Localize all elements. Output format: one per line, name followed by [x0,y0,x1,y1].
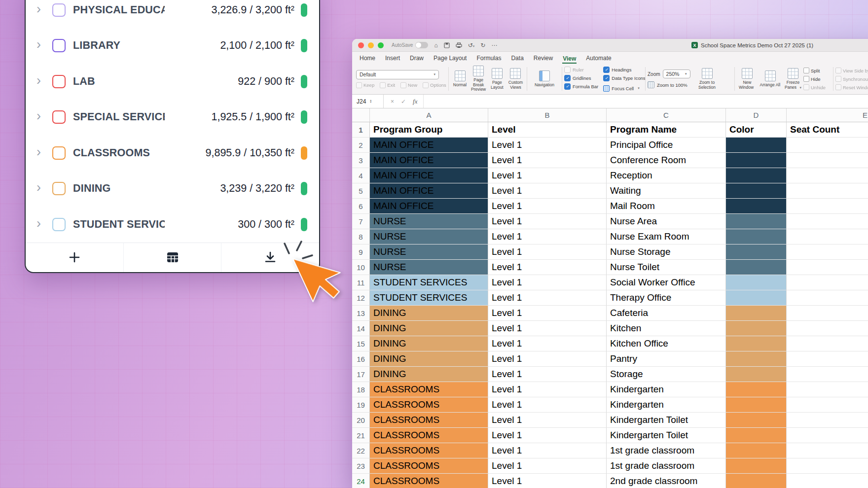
cell-color[interactable] [726,275,787,290]
cell-program-group[interactable]: MAIN OFFICE [370,168,488,183]
save-icon[interactable] [444,42,450,48]
cell-color[interactable] [726,351,787,367]
cell-level[interactable]: Level 1 [488,153,607,168]
row-number[interactable]: 13 [352,306,370,321]
cell-program-name[interactable]: Conference Room [607,153,726,168]
cell-program-name[interactable]: Mail Room [607,199,726,214]
row-number[interactable]: 2 [352,138,370,153]
group-color-checkbox[interactable] [52,182,66,195]
row-number[interactable]: 16 [352,351,370,367]
program-group-row[interactable]: › DINING 3,239 / 3,220 ft² [26,171,319,207]
column-header-a[interactable]: A [370,108,488,122]
cell-level[interactable]: Level 1 [488,413,607,428]
sheet-view-dropdown[interactable]: Default ▾ [356,70,439,79]
cell-program-name[interactable]: Nurse Toilet [607,260,726,275]
cell-color[interactable] [726,428,787,443]
ribbon-tab[interactable]: Automate [585,55,612,64]
window-button[interactable]: Freeze Panes ▾ [783,68,803,90]
cell-program-name[interactable]: Kindergarten Toilet [607,413,726,428]
formula-input[interactable] [423,95,868,108]
cell-program-group[interactable]: MAIN OFFICE [370,199,488,214]
row-number[interactable]: 17 [352,367,370,382]
chevron-right-icon[interactable]: › [36,2,49,16]
chevron-right-icon[interactable]: › [36,217,49,230]
chevron-right-icon[interactable]: › [36,145,49,159]
workbook-view-button[interactable]: Custom Views [506,68,525,90]
cell-program-group[interactable]: NURSE [370,229,488,244]
chevron-right-icon[interactable]: › [36,74,49,87]
ribbon-tab[interactable]: Data [510,55,524,64]
cell-level[interactable]: Level 1 [488,290,607,306]
group-color-checkbox[interactable] [52,146,66,160]
split-group-button[interactable]: Split [803,68,820,73]
cell-seat-count[interactable] [787,138,868,153]
cell-program-group[interactable]: CLASSROOMS [370,443,488,458]
home-icon[interactable]: ⌂ [434,42,437,48]
table-view-button[interactable] [123,243,221,273]
side-by-side-button[interactable]: Synchronous Scrolling [835,76,868,82]
cell-level[interactable]: Level 1 [488,229,607,244]
insert-function-icon[interactable]: fx [413,98,417,105]
cell-program-group[interactable]: DINING [370,351,488,367]
focus-cell-button[interactable]: Focus Cell ▾ [603,85,645,92]
sheet-view-button[interactable]: New [400,82,417,88]
cell-program-group[interactable]: MAIN OFFICE [370,138,488,153]
column-header-c[interactable]: C [607,108,726,122]
cell-program-name[interactable]: 1st grade classroom [607,443,726,458]
print-icon[interactable] [456,42,462,48]
cell-seat-count-header[interactable]: Seat Count [787,122,868,138]
cell-color[interactable] [726,458,787,474]
cell-program-group[interactable]: CLASSROOMS [370,458,488,474]
cell-level[interactable]: Level 1 [488,138,607,153]
cell-level[interactable]: Level 1 [488,168,607,183]
cell-seat-count[interactable] [787,214,868,229]
cell-level[interactable]: Level 1 [488,199,607,214]
cell-program-group[interactable]: MAIN OFFICE [370,183,488,199]
row-number[interactable]: 22 [352,443,370,458]
cell-seat-count[interactable] [787,428,868,443]
minimize-window-button[interactable] [368,42,374,48]
ribbon-tab[interactable]: Insert [385,55,400,64]
cell-seat-count[interactable] [787,244,868,260]
cell-program-group[interactable]: MAIN OFFICE [370,153,488,168]
cell-program-name[interactable]: Kindergarten [607,397,726,413]
ribbon-tab[interactable]: Formulas [476,55,502,64]
sheet-view-button[interactable]: Options [423,82,446,88]
workbook-view-button[interactable]: Page Layout [488,68,506,90]
row-number[interactable]: 23 [352,458,370,474]
cell-program-name[interactable]: Kindergarten [607,382,726,397]
cell-color[interactable] [726,168,787,183]
cell-color[interactable] [726,244,787,260]
zoom-window-button[interactable] [378,42,384,48]
row-number[interactable]: 18 [352,382,370,397]
chevron-right-icon[interactable]: › [36,38,49,51]
cell-program-name[interactable]: Kitchen Office [607,336,726,351]
row-number[interactable]: 4 [352,168,370,183]
view-checkbox[interactable]: ✓ Headings [603,67,645,73]
autosave-toggle[interactable] [415,42,428,48]
cell-color[interactable] [726,367,787,382]
ribbon-tab[interactable]: Page Layout [433,55,467,64]
cell-program-name[interactable]: Nurse Storage [607,244,726,260]
row-number[interactable]: 15 [352,336,370,351]
export-button[interactable] [221,243,319,273]
program-group-row[interactable]: › CLASSROOMS 9,895.9 / 10,350 ft² [26,135,319,171]
column-header-e[interactable]: E [787,108,868,122]
zoom-100-button[interactable]: Zoom to 100% [648,81,690,88]
program-group-row[interactable]: › LAB 922 / 900 ft² [26,64,319,100]
row-number[interactable]: 6 [352,199,370,214]
window-button[interactable]: Arrange All [760,70,781,88]
ribbon-tab[interactable]: Home [359,55,376,64]
cell-color[interactable] [726,397,787,413]
column-header-d[interactable]: D [726,108,787,122]
cell-program-name[interactable]: Storage [607,367,726,382]
cell-color[interactable] [726,260,787,275]
cell-program-name[interactable]: Kitchen [607,321,726,336]
cell-program-name[interactable]: Reception [607,168,726,183]
cell-level[interactable]: Level 1 [488,336,607,351]
side-by-side-button[interactable]: View Side by Side [835,68,868,73]
add-row-button[interactable] [26,243,123,273]
cell-color[interactable] [726,321,787,336]
cell-level[interactable]: Level 1 [488,443,607,458]
program-group-row[interactable]: › SPECIAL SERVICE 1,925.5 / 1,900 ft² [26,100,319,136]
